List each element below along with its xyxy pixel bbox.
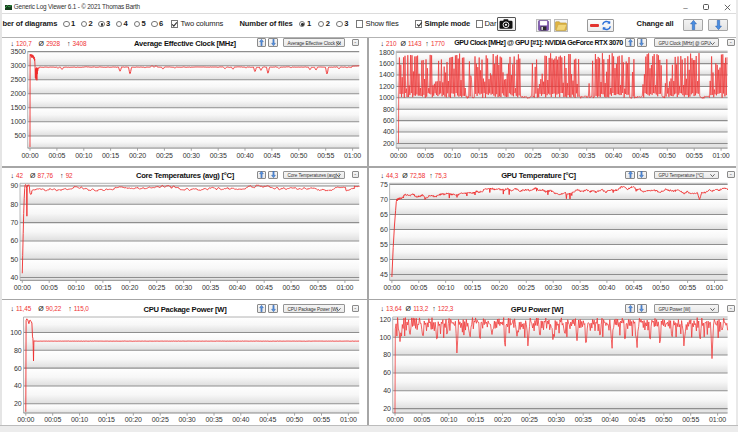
svg-text:65: 65 xyxy=(380,211,388,218)
svg-text:40: 40 xyxy=(11,274,19,281)
svg-text:55: 55 xyxy=(380,241,388,248)
svg-text:00:40: 00:40 xyxy=(236,152,253,159)
svg-text:00:55: 00:55 xyxy=(317,152,334,159)
svg-text:00:45: 00:45 xyxy=(256,284,273,291)
svg-text:00:25: 00:25 xyxy=(521,416,538,423)
svg-text:00:45: 00:45 xyxy=(263,152,280,159)
svg-text:00:05: 00:05 xyxy=(410,284,427,291)
svg-text:00:55: 00:55 xyxy=(313,416,330,423)
svg-text:00:40: 00:40 xyxy=(601,416,618,423)
svg-text:00:00: 00:00 xyxy=(390,152,407,159)
svg-text:400: 400 xyxy=(383,128,395,135)
svg-text:00:25: 00:25 xyxy=(148,284,165,291)
svg-text:80: 80 xyxy=(11,201,19,208)
svg-text:00:15: 00:15 xyxy=(464,284,481,291)
svg-text:200: 200 xyxy=(383,140,395,147)
svg-text:70: 70 xyxy=(11,219,19,226)
svg-text:00:45: 00:45 xyxy=(259,416,276,423)
svg-text:00:50: 00:50 xyxy=(283,284,300,291)
svg-text:01:00: 01:00 xyxy=(709,416,726,423)
svg-text:00:50: 00:50 xyxy=(652,284,669,291)
svg-text:00:55: 00:55 xyxy=(309,284,326,291)
svg-text:00:40: 00:40 xyxy=(598,284,615,291)
svg-text:00:30: 00:30 xyxy=(551,152,568,159)
svg-text:1000: 1000 xyxy=(11,118,26,125)
svg-text:20: 20 xyxy=(14,400,22,407)
svg-text:60: 60 xyxy=(383,369,391,376)
svg-text:00:00: 00:00 xyxy=(14,284,31,291)
svg-text:00:30: 00:30 xyxy=(175,284,192,291)
svg-text:00:15: 00:15 xyxy=(467,416,484,423)
svg-text:3000: 3000 xyxy=(11,62,26,69)
svg-text:3500: 3500 xyxy=(11,48,26,55)
svg-text:1000: 1000 xyxy=(379,94,394,101)
svg-text:00:15: 00:15 xyxy=(471,152,488,159)
svg-text:75: 75 xyxy=(380,181,388,188)
svg-text:00:05: 00:05 xyxy=(44,416,61,423)
svg-text:00:55: 00:55 xyxy=(679,284,696,291)
svg-text:00:15: 00:15 xyxy=(94,284,111,291)
svg-text:00:30: 00:30 xyxy=(545,284,562,291)
svg-text:00:25: 00:25 xyxy=(524,152,541,159)
svg-text:1400: 1400 xyxy=(379,71,394,78)
svg-text:00:20: 00:20 xyxy=(491,284,508,291)
svg-text:00:00: 00:00 xyxy=(21,152,38,159)
svg-text:00:45: 00:45 xyxy=(625,284,642,291)
svg-text:00:00: 00:00 xyxy=(383,284,400,291)
svg-text:00:35: 00:35 xyxy=(575,416,592,423)
svg-text:120: 120 xyxy=(379,316,391,323)
svg-text:90: 90 xyxy=(11,182,19,189)
svg-text:00:25: 00:25 xyxy=(156,152,173,159)
svg-text:00:15: 00:15 xyxy=(102,152,119,159)
svg-text:00:00: 00:00 xyxy=(17,416,34,423)
svg-text:00:50: 00:50 xyxy=(655,416,672,423)
svg-text:50: 50 xyxy=(380,256,388,263)
svg-text:00:35: 00:35 xyxy=(210,152,227,159)
svg-text:00:05: 00:05 xyxy=(417,152,434,159)
svg-text:00:20: 00:20 xyxy=(497,152,514,159)
svg-text:100: 100 xyxy=(379,334,391,341)
svg-text:1800: 1800 xyxy=(379,49,394,56)
svg-text:00:40: 00:40 xyxy=(605,152,622,159)
svg-text:2000: 2000 xyxy=(11,90,26,97)
svg-text:00:30: 00:30 xyxy=(179,416,196,423)
svg-text:00:55: 00:55 xyxy=(686,152,703,159)
svg-text:00:40: 00:40 xyxy=(232,416,249,423)
svg-text:00:10: 00:10 xyxy=(71,416,88,423)
svg-text:00:35: 00:35 xyxy=(205,416,222,423)
svg-text:800: 800 xyxy=(383,106,395,113)
svg-text:01:00: 01:00 xyxy=(336,284,353,291)
svg-text:00:50: 00:50 xyxy=(286,416,303,423)
svg-text:600: 600 xyxy=(383,117,395,124)
svg-text:70: 70 xyxy=(380,196,388,203)
svg-text:60: 60 xyxy=(14,365,22,372)
svg-text:45: 45 xyxy=(380,271,388,278)
svg-text:00:30: 00:30 xyxy=(183,152,200,159)
svg-text:00:05: 00:05 xyxy=(48,152,65,159)
svg-text:00:15: 00:15 xyxy=(98,416,115,423)
svg-text:01:00: 01:00 xyxy=(706,284,723,291)
svg-text:00:25: 00:25 xyxy=(518,284,535,291)
svg-text:00:25: 00:25 xyxy=(152,416,169,423)
svg-text:80: 80 xyxy=(383,351,391,358)
svg-text:50: 50 xyxy=(11,256,19,263)
svg-text:1600: 1600 xyxy=(379,60,394,67)
svg-text:40: 40 xyxy=(383,387,391,394)
svg-text:01:00: 01:00 xyxy=(340,416,357,423)
svg-text:00:20: 00:20 xyxy=(129,152,146,159)
svg-text:00:10: 00:10 xyxy=(444,152,461,159)
svg-text:00:10: 00:10 xyxy=(437,284,454,291)
svg-text:00:45: 00:45 xyxy=(628,416,645,423)
svg-text:60: 60 xyxy=(11,237,19,244)
svg-text:00:10: 00:10 xyxy=(68,284,85,291)
svg-text:00:05: 00:05 xyxy=(41,284,58,291)
svg-text:00:30: 00:30 xyxy=(548,416,565,423)
svg-text:80: 80 xyxy=(14,347,22,354)
svg-text:20: 20 xyxy=(383,405,391,412)
svg-text:1200: 1200 xyxy=(379,83,394,90)
svg-text:01:00: 01:00 xyxy=(713,152,730,159)
svg-text:40: 40 xyxy=(14,382,22,389)
svg-text:60: 60 xyxy=(380,226,388,233)
svg-text:00:50: 00:50 xyxy=(290,152,307,159)
svg-text:2500: 2500 xyxy=(11,76,26,83)
